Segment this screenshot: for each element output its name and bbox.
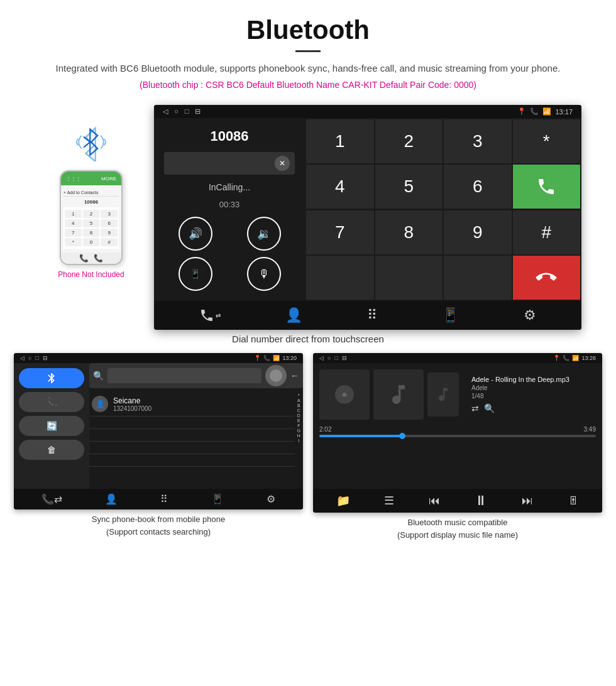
pb-back-icon: ◁ bbox=[20, 355, 25, 361]
music-statusbar: ◁ ○ □ ⊟ 📍 📞 📶 13:26 bbox=[313, 353, 602, 363]
clock: 13:17 bbox=[555, 108, 573, 116]
dial-key-hash[interactable]: # bbox=[513, 210, 581, 254]
music-screen: ◁ ○ □ ⊟ 📍 📞 📶 13:26 bbox=[313, 353, 602, 513]
home-icon: ○ bbox=[174, 107, 179, 116]
music-caption: Bluetooth music compatible (Support disp… bbox=[397, 516, 518, 541]
phonebook-screen: ◁ ○ □ ⊟ 📍 📞 📶 13:20 bbox=[14, 353, 303, 509]
prev-icon[interactable]: ⏮ bbox=[429, 494, 440, 508]
dial-empty-1 bbox=[306, 256, 374, 300]
delete-sidebar-btn[interactable]: 🗑 bbox=[19, 440, 84, 460]
dialpad-bottom-icon[interactable]: ⠿ bbox=[367, 307, 377, 324]
alpha-a[interactable]: A bbox=[297, 398, 300, 403]
contact-empty-2 bbox=[89, 429, 295, 442]
alpha-i[interactable]: I bbox=[298, 438, 299, 443]
progress-fill bbox=[319, 435, 402, 437]
dial-key-8[interactable]: 8 bbox=[375, 210, 443, 254]
shuffle-icon[interactable]: ⇄ bbox=[471, 403, 479, 413]
dialpad-panel: 1 2 3 * 4 5 6 7 8 9 # bbox=[305, 118, 581, 301]
car-content: 10086 ✕ InCalling... 00:33 🔊 🔉 📱 🎙 1 2 3 bbox=[154, 118, 581, 301]
dial-key-4[interactable]: 4 bbox=[306, 165, 374, 209]
dial-key-call-green[interactable] bbox=[513, 165, 581, 209]
call-sidebar-btn[interactable]: 📞 bbox=[19, 392, 84, 412]
pb-dialpad-icon[interactable]: ⠿ bbox=[160, 493, 168, 505]
dial-key-5[interactable]: 5 bbox=[375, 165, 443, 209]
pb-call-transfer-icon[interactable]: 📞⇄ bbox=[41, 493, 62, 505]
pb-contacts-icon[interactable]: 👤 bbox=[105, 493, 118, 505]
pb-transfer-icon[interactable]: 📱 bbox=[211, 493, 224, 505]
alpha-b[interactable]: B bbox=[297, 403, 300, 408]
bluetooth-icon-wrap bbox=[72, 124, 110, 164]
music-search-icon[interactable]: 🔍 bbox=[484, 403, 495, 413]
back-icon: ◁ bbox=[163, 107, 168, 116]
contact-list-area: 👤 Seicane 13241007000 bbox=[89, 392, 303, 489]
contact-empty-3 bbox=[89, 442, 295, 454]
dial-key-3[interactable]: 3 bbox=[444, 119, 512, 163]
car-screen: ◁ ○ □ ⊟ 📍 📞 📶 13:17 10086 ✕ InCalling... bbox=[154, 105, 581, 330]
search-input[interactable] bbox=[107, 368, 261, 383]
page-title: Bluetooth bbox=[25, 15, 591, 45]
svg-line-1 bbox=[84, 142, 90, 148]
pb-home-icon: ○ bbox=[28, 355, 31, 361]
dial-key-hangup[interactable] bbox=[513, 256, 581, 300]
backspace-button[interactable]: ✕ bbox=[275, 156, 290, 171]
music-content: ● Adele - Rolling In the Deep.mp3 Adele bbox=[313, 363, 602, 489]
next-icon[interactable]: ⏭ bbox=[522, 494, 533, 508]
signal-icon: 📶 bbox=[542, 107, 551, 116]
contacts-bottom-icon[interactable]: 👤 bbox=[285, 307, 302, 324]
call-controls: 🔊 🔉 📱 🎙 bbox=[164, 217, 295, 291]
equalizer-icon[interactable]: 🎚 bbox=[568, 494, 579, 508]
phone-side: ⋮⋮⋮MORE + Add to Contacts 10086 123 456 … bbox=[35, 124, 148, 279]
dial-key-7[interactable]: 7 bbox=[306, 210, 374, 254]
music-title: Adele - Rolling In the Deep.mp3 bbox=[471, 376, 590, 383]
progress-dot bbox=[399, 433, 405, 439]
progress-times: 2:02 3:49 bbox=[319, 426, 596, 433]
transfer-button[interactable]: 📱 bbox=[179, 257, 212, 291]
contact-list: 👤 Seicane 13241007000 bbox=[89, 392, 295, 489]
music-clock: 13:26 bbox=[581, 355, 596, 361]
call-transfer-icon[interactable]: ⇄ bbox=[199, 308, 221, 323]
dial-key-6[interactable]: 6 bbox=[444, 165, 512, 209]
contact-empty-1 bbox=[89, 416, 295, 429]
album-art-main bbox=[373, 369, 424, 420]
album-art-left: ● bbox=[319, 369, 370, 420]
pb-menu-icon: ⊟ bbox=[43, 355, 48, 361]
dial-key-9[interactable]: 9 bbox=[444, 210, 512, 254]
dial-key-1[interactable]: 1 bbox=[306, 119, 374, 163]
contact-item[interactable]: 👤 Seicane 13241007000 bbox=[89, 392, 295, 416]
bluetooth-sidebar-btn[interactable] bbox=[19, 368, 84, 388]
pb-recents-icon: □ bbox=[35, 355, 38, 361]
call-input-bar[interactable]: ✕ bbox=[164, 152, 295, 175]
back-arrow-icon[interactable]: ← bbox=[290, 371, 299, 381]
music-progress: 2:02 3:49 bbox=[313, 426, 602, 441]
pb-call-icon: 📞 bbox=[263, 355, 270, 361]
volume-down-button[interactable]: 🔉 bbox=[247, 217, 281, 251]
phone-mockup: ⋮⋮⋮MORE + Add to Contacts 10086 123 456 … bbox=[60, 170, 123, 265]
pb-settings-icon[interactable]: ⚙ bbox=[267, 493, 275, 505]
alpha-h[interactable]: H bbox=[297, 433, 300, 438]
transfer-bottom-icon[interactable]: 📱 bbox=[442, 307, 459, 324]
alpha-d[interactable]: D bbox=[297, 413, 300, 418]
dial-key-star[interactable]: * bbox=[513, 119, 581, 163]
progress-bar[interactable] bbox=[319, 435, 596, 437]
phonebook-main: 🔍 ← 👤 Seicane bbox=[89, 363, 303, 489]
music-info: Adele - Rolling In the Deep.mp3 Adele 1/… bbox=[465, 376, 596, 413]
contact-empty-4 bbox=[89, 454, 295, 467]
volume-up-button[interactable]: 🔊 bbox=[179, 217, 212, 251]
settings-bottom-icon[interactable]: ⚙ bbox=[524, 307, 536, 324]
play-pause-icon[interactable]: ⏸ bbox=[474, 493, 488, 509]
statusbar-nav-icons: ◁ ○ □ ⊟ bbox=[163, 107, 201, 116]
music-location-icon: 📍 bbox=[553, 355, 560, 361]
dial-empty-2 bbox=[375, 256, 443, 300]
alpha-e[interactable]: E bbox=[297, 418, 300, 423]
dial-key-2[interactable]: 2 bbox=[375, 119, 443, 163]
folder-icon[interactable]: 📁 bbox=[336, 494, 350, 508]
playlist-icon[interactable]: ☰ bbox=[384, 494, 394, 508]
mute-button[interactable]: 🎙 bbox=[247, 257, 281, 291]
alpha-c[interactable]: C bbox=[297, 408, 300, 413]
music-extra-controls: ⇄ 🔍 bbox=[471, 403, 590, 413]
alpha-star[interactable]: * bbox=[298, 393, 300, 398]
music-recents-icon: □ bbox=[334, 355, 338, 361]
alpha-f[interactable]: F bbox=[297, 423, 300, 428]
alpha-g[interactable]: G bbox=[297, 428, 300, 433]
refresh-sidebar-btn[interactable]: 🔄 bbox=[19, 416, 84, 436]
